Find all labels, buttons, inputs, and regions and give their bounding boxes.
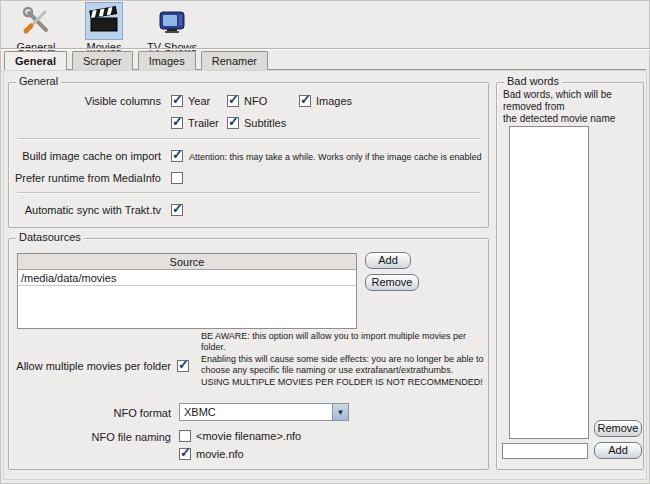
checkbox-year[interactable]: Year	[171, 94, 210, 108]
bad-words-groupbox: Bad words Bad words, which will be remov…	[496, 82, 644, 470]
build-cache-hint: Attention: this may take a while. Works …	[189, 152, 481, 162]
trailer-checkbox-label: Trailer	[188, 117, 219, 129]
tab-general[interactable]: General	[4, 51, 67, 71]
images-checkbox-box[interactable]	[299, 95, 311, 107]
add-datasource-button[interactable]: Add	[365, 252, 411, 269]
toolbar-item-general[interactable]: General	[8, 2, 64, 53]
nfo-naming-moviefilename-checkbox-box[interactable]	[179, 430, 191, 442]
nfo-naming-moviefilename-checkbox[interactable]: <movie filename>.nfo	[179, 429, 301, 443]
visible-columns-label: Visible columns	[9, 95, 161, 107]
toolbar-item-tvshows[interactable]: TV Shows	[144, 2, 200, 53]
add-bad-word-button[interactable]: Add	[594, 442, 642, 459]
year-checkbox-label: Year	[188, 95, 210, 107]
build-cache-checkbox[interactable]	[171, 149, 183, 163]
bad-words-description-line: Bad words, which will be	[503, 89, 641, 101]
trakt-sync-label: Automatic sync with Trakt.tv	[9, 204, 161, 216]
main-toolbar: General Movies T	[8, 2, 200, 53]
general-groupbox: General Visible columns Year NFO Images …	[8, 82, 489, 228]
checkbox-images[interactable]: Images	[299, 94, 352, 108]
source-column-header[interactable]: Source	[18, 254, 356, 270]
prefer-runtime-checkbox[interactable]	[171, 171, 183, 185]
datasources-group-title: Datasources	[16, 231, 84, 243]
warning-line: BE AWARE: this option will allow you to …	[201, 331, 491, 353]
nfo-naming-movienfo-checkbox-box[interactable]	[179, 448, 191, 460]
toolbar-separator	[0, 48, 650, 50]
nfo-checkbox-label: NFO	[244, 95, 267, 107]
nfo-naming-moviefilename-label: <movie filename>.nfo	[196, 430, 301, 442]
nfo-checkbox-box[interactable]	[227, 95, 239, 107]
separator	[17, 138, 480, 140]
bad-words-list[interactable]	[509, 126, 589, 439]
build-cache-label: Build image cache on import	[9, 150, 161, 162]
prefer-runtime-checkbox-box[interactable]	[171, 172, 183, 184]
trailer-checkbox-box[interactable]	[171, 117, 183, 129]
tab-renamer[interactable]: Renamer	[201, 51, 268, 70]
nfo-format-label: NFO format	[9, 407, 171, 419]
trakt-sync-checkbox-box[interactable]	[171, 204, 183, 216]
multiple-movies-checkbox[interactable]	[177, 359, 189, 373]
tab-images[interactable]: Images	[138, 51, 196, 70]
multiple-movies-warning: BE AWARE: this option will allow you to …	[201, 331, 491, 389]
bad-word-input[interactable]	[502, 443, 588, 459]
bad-words-description-line: the detected movie name	[503, 113, 641, 125]
tab-bar: General Scraper Images Renamer	[4, 51, 646, 70]
tools-icon	[17, 2, 55, 40]
checkbox-nfo[interactable]: NFO	[227, 94, 267, 108]
bad-words-description-line: removed from	[503, 101, 641, 113]
nfo-file-naming-label: NFO file naming	[9, 431, 171, 443]
trakt-sync-checkbox[interactable]	[171, 203, 183, 217]
build-cache-checkbox-box[interactable]	[171, 150, 183, 162]
warning-line: USING MULTIPLE MOVIES PER FOLDER IS NOT …	[201, 377, 491, 388]
checkbox-subtitles[interactable]: Subtitles	[227, 116, 286, 130]
year-checkbox-box[interactable]	[171, 95, 183, 107]
separator	[17, 192, 480, 194]
bad-words-description: Bad words, which will be removed from th…	[503, 89, 641, 125]
subtitles-checkbox-box[interactable]	[227, 117, 239, 129]
chevron-down-icon[interactable]: ▼	[332, 404, 348, 420]
checkbox-trailer[interactable]: Trailer	[171, 116, 219, 130]
nfo-naming-movienfo-checkbox[interactable]: movie.nfo	[179, 447, 244, 461]
remove-bad-word-button[interactable]: Remove	[594, 420, 642, 437]
remove-datasource-button[interactable]: Remove	[365, 274, 419, 291]
tab-scraper[interactable]: Scraper	[72, 51, 133, 70]
tv-icon	[153, 2, 191, 40]
nfo-format-select[interactable]: XBMC ▼	[179, 403, 349, 421]
nfo-naming-movienfo-label: movie.nfo	[196, 448, 244, 460]
prefer-runtime-label: Prefer runtime from MediaInfo	[9, 172, 161, 184]
general-group-title: General	[16, 75, 61, 87]
warning-line: Enabling this will cause some side effec…	[201, 354, 491, 376]
multiple-movies-checkbox-box[interactable]	[177, 360, 189, 372]
images-checkbox-label: Images	[316, 95, 352, 107]
datasource-row[interactable]: /media/data/movies	[18, 270, 356, 286]
toolbar-item-movies[interactable]: Movies	[76, 2, 132, 53]
nfo-format-value: XBMC	[180, 404, 332, 420]
bad-words-group-title: Bad words	[504, 75, 562, 87]
subtitles-checkbox-label: Subtitles	[244, 117, 286, 129]
multiple-movies-label: Allow multiple movies per folder	[9, 360, 171, 372]
datasources-groupbox: Datasources Source /media/data/movies Ad…	[8, 238, 489, 470]
clapperboard-icon	[85, 2, 123, 40]
datasources-table: Source /media/data/movies	[17, 253, 357, 329]
